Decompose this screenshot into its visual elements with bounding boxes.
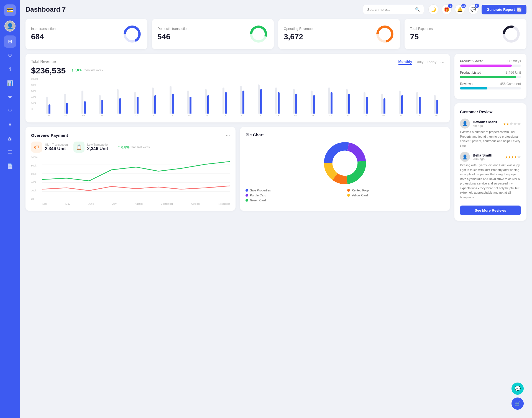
cart-fab[interactable]: 🛒 (511, 398, 524, 410)
sidebar-item-analytics[interactable]: 📊 (4, 77, 16, 89)
line-y0: 1000k (31, 156, 41, 159)
bar-label-28: 28 (428, 114, 444, 117)
metric-bar-bg-listed (460, 76, 521, 78)
sidebar: 💳 👤 ⊞ ⚙ ℹ 📊 ★ ♡ ♥ 🖨 ☰ 📄 (0, 0, 20, 418)
bar-grey-17 (240, 86, 242, 114)
x-may: May (65, 202, 70, 205)
sidebar-item-heart-outline[interactable]: ♡ (4, 105, 16, 117)
bar-blue-19 (278, 92, 280, 114)
line-chart-svg (42, 156, 230, 200)
line-y4: 200k (31, 189, 41, 192)
bar-group-19 (269, 83, 286, 114)
line-y1: 800k (31, 164, 41, 167)
bar-group-18 (252, 83, 268, 114)
tab-today[interactable]: Today (427, 60, 436, 65)
generate-label: Generate Report (487, 7, 515, 12)
review-item-1: 👤 Bella Smith 20m ago ★★★★★ Dealing with… (460, 152, 521, 199)
payment-up-icon: ↑ (118, 144, 120, 150)
search-icon: 🔍 (415, 7, 420, 12)
bar-group-27 (410, 83, 427, 114)
bar-blue-11 (137, 97, 139, 114)
metric-name-viewed: Product Viewed (460, 59, 483, 63)
line-chart-inner: 1000k 800k 600k 400k 200k 0k (31, 156, 230, 205)
bar-group-24 (357, 83, 374, 114)
bar-blue-12 (154, 95, 156, 114)
metric-value-listed: 3,456 Unit (506, 71, 521, 75)
message-icon: 💬 (470, 7, 476, 12)
metric-name-listed: Product Listed (460, 71, 481, 75)
bar-grey-20 (293, 89, 295, 114)
stat-info-domestic: Domestic transaction 546 (157, 27, 188, 41)
bottom-row: Overview Payment ··· 🏷 High Transaction … (25, 127, 450, 211)
see-more-reviews-button[interactable]: See More Reviews (460, 206, 521, 215)
list-icon: ☰ (8, 149, 12, 155)
legend-dot-green (245, 199, 248, 202)
metric-product-listed: Product Listed 3,456 Unit (460, 71, 521, 78)
print-icon: 🖨 (7, 136, 12, 142)
bar-blue-26 (401, 95, 403, 114)
overview-payment-card: Overview Payment ··· 🏷 High Transaction … (25, 127, 236, 211)
heart-icon: ♥ (9, 122, 12, 128)
tab-monthly[interactable]: Monthly (398, 60, 412, 65)
sidebar-item-print[interactable]: 🖨 (4, 132, 16, 145)
bar-chart: 0607080910111213141516171819202122232425… (40, 78, 444, 117)
message-btn[interactable]: 💬 5 (468, 4, 478, 14)
metric-row-reviews: Reviews 456 Comment (460, 82, 521, 86)
low-value: 2,346 Unit (87, 146, 109, 151)
review-header: Customer Review ··· (460, 109, 521, 115)
legend-green-card: Green Card (245, 199, 343, 202)
stars-0: ★★★★★ (503, 121, 521, 126)
bar-label-14: 14 (181, 114, 198, 117)
avatar[interactable]: 👤 (4, 20, 16, 32)
generate-report-button[interactable]: Generate Report 📈 (482, 5, 526, 14)
payment-title: Overview Payment (31, 133, 68, 138)
x-september: September (161, 202, 173, 205)
sidebar-item-star[interactable]: ★ (4, 91, 16, 103)
revenue-change-label: than last week (84, 68, 103, 72)
sidebar-item-heart[interactable]: ♥ (4, 119, 16, 131)
bar-grey-27 (416, 92, 418, 114)
pie-chart-svg (323, 141, 367, 185)
bar-grey-23 (346, 89, 348, 114)
bar-blue-24 (366, 97, 368, 114)
bar-group-28 (428, 83, 444, 114)
bell-icon: 🔔 (457, 7, 463, 12)
line-xaxis: April May June July August September Oct… (42, 202, 230, 205)
high-transaction-stat: 🏷 High Transaction 2,346 Unit (31, 142, 68, 153)
sidebar-item-settings[interactable]: ⚙ (4, 49, 16, 61)
stat-value-operating: 3,672 (284, 32, 313, 41)
sidebar-logo[interactable]: 💳 (4, 4, 16, 16)
theme-toggle-btn[interactable]: 🌙 (428, 4, 438, 14)
bar-grey-16 (222, 88, 224, 114)
more-options-btn[interactable]: ··· (440, 59, 444, 65)
info-icon: ℹ (9, 66, 11, 72)
bar-label-12: 12 (146, 114, 162, 117)
x-april: April (42, 202, 47, 205)
legend-label-purple: Purple Card (250, 194, 266, 197)
search-bar[interactable]: 🔍 (363, 5, 424, 14)
sidebar-item-dashboard[interactable]: ⊞ (4, 35, 16, 48)
tab-daily[interactable]: Daily (415, 60, 423, 65)
support-fab[interactable]: 💬 (511, 383, 524, 395)
gift-btn[interactable]: 🎁 2 (442, 4, 452, 14)
bar-grey-19 (275, 88, 277, 114)
sidebar-item-list[interactable]: ☰ (4, 146, 16, 158)
header-icons: 🌙 🎁 2 🔔 12 💬 5 Generate Report 📈 (428, 4, 526, 14)
y-label-0: 1000k (31, 78, 38, 80)
sidebar-item-doc[interactable]: 📄 (4, 160, 16, 172)
reviewer-avatar-1: 👤 (460, 152, 470, 162)
search-input[interactable] (367, 7, 413, 12)
sidebar-item-info[interactable]: ℹ (4, 63, 16, 75)
bar-blue-15 (207, 95, 209, 114)
bar-grey-15 (205, 89, 207, 114)
stats-row: Inter. transaction 684 Domestic transact… (25, 19, 526, 49)
payment-change: ↑ 0,8% than last week (118, 144, 150, 150)
svg-point-3 (251, 27, 266, 41)
bar-blue-22 (331, 92, 332, 114)
review-more-btn[interactable]: ··· (517, 109, 521, 115)
bell-btn[interactable]: 🔔 12 (455, 4, 465, 14)
reviewer-row-1: 👤 Bella Smith 20m ago ★★★★★ (460, 152, 521, 162)
bar-group-08 (75, 83, 92, 114)
payment-more-btn[interactable]: ··· (226, 132, 230, 138)
main-content: Dashboard 7 🔍 🌙 🎁 2 🔔 12 💬 5 Generate Re (20, 0, 532, 418)
